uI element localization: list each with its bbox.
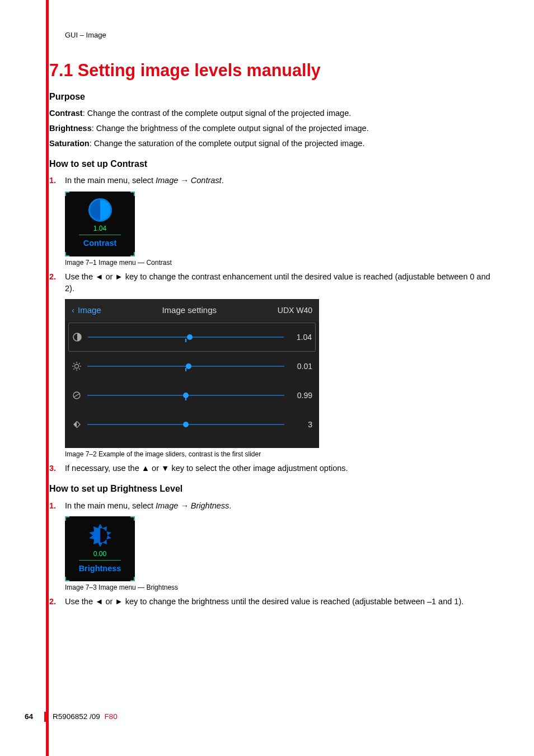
slider-tick [185,339,186,342]
term-brightness: Brightness [49,124,92,133]
brightness-menu-tile[interactable]: 0.00 Brightness [65,516,135,581]
purpose-heading: Purpose [49,90,494,103]
slider-value: 0.01 [290,361,312,372]
slider-sharpness[interactable]: 3 [65,410,319,439]
left-red-bar [46,0,49,756]
svg-line-9 [79,363,80,364]
step-number: 1. [49,175,65,186]
chevron-left-icon: ‹ [72,304,74,316]
header-breadcrumb: GUI – Image [65,30,494,41]
slider-thumb[interactable] [187,334,193,340]
step-number: 3. [49,463,65,474]
slider-tick [185,368,186,371]
slider-value: 3 [290,419,312,430]
purpose-brightness: Brightness: Change the brightness of the… [49,123,494,134]
panel-title: Image settings [101,304,278,316]
saturation-slider-icon [72,390,82,400]
svg-line-7 [79,368,80,370]
caption-7-3: Image 7–3 Image menu — Brightness [65,583,494,592]
brightness-tile-label: Brightness [79,563,121,575]
slider-saturation[interactable]: 0.99 [65,381,319,410]
slider-contrast[interactable]: 1.04 [68,323,316,352]
brightness-icon [87,522,113,548]
purpose-saturation: Saturation: Change the saturation of the… [49,138,494,150]
slider-thumb[interactable] [186,363,191,369]
panel-back-button[interactable]: ‹ Image [72,304,101,316]
svg-point-1 [75,364,79,368]
brightness-tile-value: 0.00 [79,549,121,561]
caption-7-1: Image 7–1 Image menu — Contrast [65,258,494,268]
slider-value: 1.04 [289,332,312,343]
purpose-contrast: Contrast: Change the contrast of the com… [49,108,494,119]
contrast-tile-label: Contrast [83,237,117,249]
contrast-heading: How to set up Contrast [49,157,494,170]
footer-doc: R5906852 /09 F80 [53,711,118,722]
term-saturation: Saturation [49,139,90,148]
brightness-step1: In the main menu, select Image → Brightn… [65,500,494,512]
slider-track[interactable] [87,395,284,396]
sharpness-slider-icon [72,419,82,430]
brightness-slider-icon [72,361,82,371]
contrast-menu-tile[interactable]: 1.04 Contrast [65,192,135,256]
page-content: GUI – Image 7.1 Setting image levels man… [49,30,494,612]
step-number: 2. [49,596,65,608]
panel-header: ‹ Image Image settings UDX W40 [65,299,319,321]
section-title: 7.1 Setting image levels manually [49,58,494,82]
term-contrast: Contrast [49,109,83,118]
svg-line-8 [73,368,74,370]
slider-tick [185,397,186,400]
page-number: 64 [25,711,33,722]
slider-track[interactable] [88,337,284,338]
panel-model: UDX W40 [278,305,312,316]
contrast-icon [88,198,112,222]
contrast-tile-value: 1.04 [79,224,121,235]
contrast-step1: In the main menu, select Image → Contras… [65,175,494,186]
step-number: 1. [49,500,65,512]
page-footer: 64 R5906852 /09 F80 [25,711,118,722]
svg-line-6 [73,363,74,364]
slider-brightness[interactable]: 0.01 [65,352,319,381]
footer-red-bar [44,712,47,722]
caption-7-2: Image 7–2 Example of the image sliders, … [65,450,494,459]
slider-thumb[interactable] [183,422,189,427]
slider-track[interactable] [87,366,284,367]
slider-value: 0.99 [290,390,312,401]
brightness-step2: Use the ◄ or ► key to change the brightn… [65,596,494,608]
image-settings-panel: ‹ Image Image settings UDX W40 1.04 [65,299,319,448]
slider-track[interactable] [87,424,284,425]
brightness-heading: How to set up Brightness Level [49,482,494,495]
contrast-step3: If necessary, use the ▲ or ▼ key to sele… [65,463,494,474]
contrast-slider-icon [72,332,82,342]
contrast-step2: Use the ◄ or ► key to change the contras… [65,271,494,295]
step-number: 2. [49,271,65,295]
